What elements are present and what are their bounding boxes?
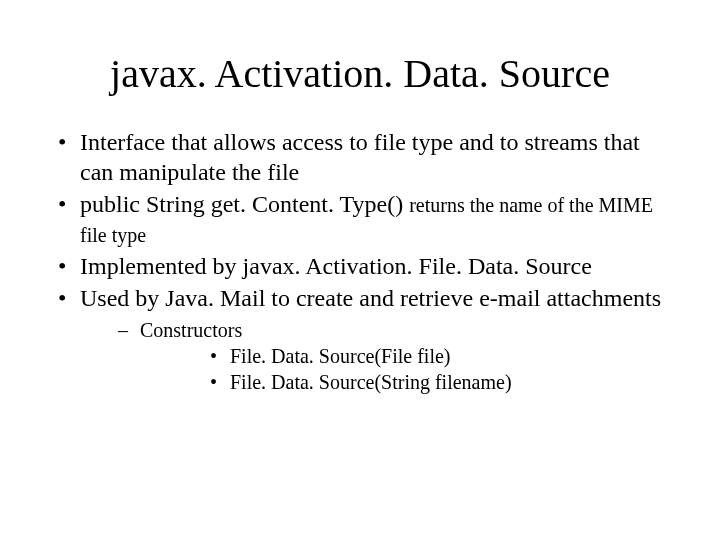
subsub-list: File. Data. Source(File file) File. Data… bbox=[140, 343, 670, 395]
slide-title: javax. Activation. Data. Source bbox=[50, 50, 670, 97]
sub-list: Constructors File. Data. Source(File fil… bbox=[80, 317, 670, 395]
subsub-item: File. Data. Source(String filename) bbox=[140, 369, 670, 395]
sub-heading: Constructors bbox=[140, 319, 242, 341]
bullet-text: public String get. Content. Type() bbox=[80, 191, 409, 217]
sub-item: Constructors File. Data. Source(File fil… bbox=[80, 317, 670, 395]
bullet-list: Interface that allows access to file typ… bbox=[50, 127, 670, 395]
subsub-item: File. Data. Source(File file) bbox=[140, 343, 670, 369]
bullet-item: Used by Java. Mail to create and retriev… bbox=[50, 283, 670, 395]
slide: javax. Activation. Data. Source Interfac… bbox=[0, 0, 720, 540]
bullet-text: Interface that allows access to file typ… bbox=[80, 129, 640, 185]
bullet-item: Interface that allows access to file typ… bbox=[50, 127, 670, 187]
bullet-item: Implemented by javax. Activation. File. … bbox=[50, 251, 670, 281]
subsub-text: File. Data. Source(File file) bbox=[230, 345, 451, 367]
bullet-text: Implemented by javax. Activation. File. … bbox=[80, 253, 592, 279]
bullet-item: public String get. Content. Type() retur… bbox=[50, 189, 670, 249]
bullet-text: Used by Java. Mail to create and retriev… bbox=[80, 285, 661, 311]
subsub-text: File. Data. Source(String filename) bbox=[230, 371, 512, 393]
